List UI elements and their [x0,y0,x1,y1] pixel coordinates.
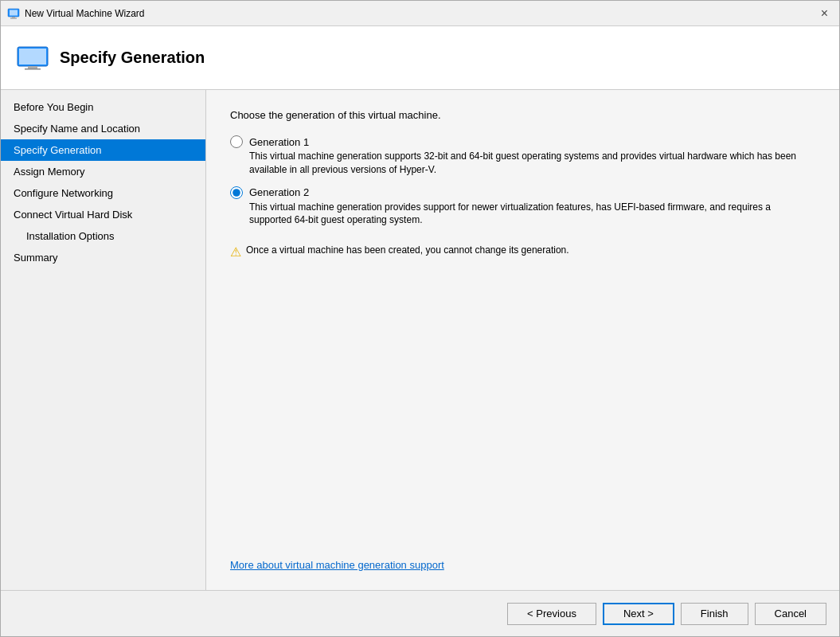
sidebar-item-before-you-begin[interactable]: Before You Begin [1,96,205,118]
generation2-option: Generation 2 This virtual machine genera… [230,186,815,228]
next-button[interactable]: Next > [603,603,674,625]
svg-rect-1 [10,10,18,15]
close-button[interactable]: × [816,6,833,21]
wizard-window: New Virtual Machine Wizard × Specify Gen… [0,0,840,637]
warning-icon: ⚠ [230,244,241,260]
generation2-label[interactable]: Generation 2 [249,186,309,198]
intro-text: Choose the generation of this virtual ma… [230,109,815,121]
title-bar-text: New Virtual Machine Wizard [25,8,145,19]
sidebar-item-connect-vhd[interactable]: Connect Virtual Hard Disk [1,204,205,225]
svg-rect-2 [12,17,15,18]
finish-button[interactable]: Finish [681,603,748,625]
generation2-label-row: Generation 2 [230,186,815,199]
generation2-radio[interactable] [230,186,243,199]
sidebar-item-installation-options[interactable]: Installation Options [1,225,205,247]
page-title: Specify Generation [60,49,205,67]
sidebar-item-assign-memory[interactable]: Assign Memory [1,161,205,182]
warning-text: Once a virtual machine has been created,… [246,244,569,256]
content-area: Before You Begin Specify Name and Locati… [1,90,839,590]
main-content: Choose the generation of this virtual ma… [206,90,839,590]
sidebar-item-specify-generation[interactable]: Specify Generation [1,139,205,161]
footer: < Previous Next > Finish Cancel [1,590,839,636]
header-monitor-icon [17,46,49,70]
link-section: More about virtual machine generation su… [230,543,815,571]
generation1-label[interactable]: Generation 1 [249,136,309,148]
svg-rect-3 [10,18,17,18]
svg-rect-6 [28,66,37,68]
title-bar: New Virtual Machine Wizard × [1,1,839,26]
previous-button[interactable]: < Previous [507,603,596,625]
radio-group: Generation 1 This virtual machine genera… [230,135,815,260]
generation1-label-row: Generation 1 [230,135,815,148]
generation1-description: This virtual machine generation supports… [249,150,815,177]
learn-more-link[interactable]: More about virtual machine generation su… [230,559,444,571]
sidebar-item-configure-networking[interactable]: Configure Networking [1,182,205,204]
generation2-description: This virtual machine generation provides… [249,201,815,228]
cancel-button[interactable]: Cancel [755,603,826,625]
sidebar-item-summary[interactable]: Summary [1,247,205,268]
generation1-option: Generation 1 This virtual machine genera… [230,135,815,177]
header-section: Specify Generation [1,26,839,90]
warning-row: ⚠ Once a virtual machine has been create… [230,244,815,260]
generation1-radio[interactable] [230,135,243,148]
window-icon [7,7,20,20]
svg-rect-7 [25,68,41,70]
sidebar: Before You Begin Specify Name and Locati… [1,90,206,590]
title-bar-left: New Virtual Machine Wizard [7,7,145,20]
svg-rect-5 [19,49,46,64]
sidebar-item-specify-name[interactable]: Specify Name and Location [1,118,205,139]
